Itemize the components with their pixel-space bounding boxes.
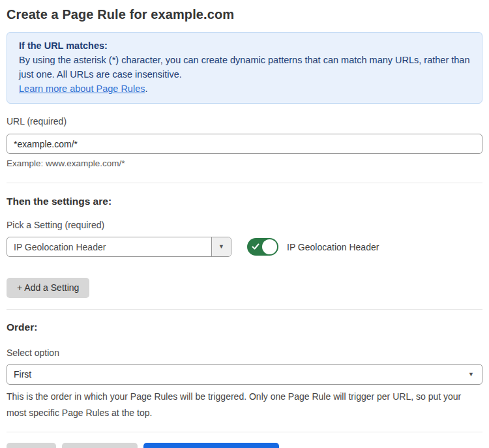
- divider: [7, 432, 482, 432]
- order-select[interactable]: First ▼: [7, 364, 482, 385]
- page-rule-form: Create a Page Rule for example.com If th…: [0, 0, 489, 448]
- save-deploy-button[interactable]: Save and Deploy Page Rule: [143, 443, 279, 448]
- chevron-down-icon: ▼: [468, 372, 474, 378]
- setting-row: IP Geolocation Header ▼ IP Geolocation H…: [7, 237, 482, 257]
- order-select-label: Select option: [7, 348, 482, 358]
- save-draft-button[interactable]: Save as Draft: [62, 443, 138, 448]
- setting-select-arrow-button[interactable]: ▼: [211, 237, 231, 256]
- divider: [7, 183, 482, 183]
- url-match-info-box: If the URL matches: By using the asteris…: [7, 32, 482, 104]
- settings-section-heading: Then the settings are:: [7, 196, 482, 207]
- order-select-value: First: [7, 369, 468, 380]
- pick-setting-label: Pick a Setting (required): [7, 220, 482, 230]
- page-title: Create a Page Rule for example.com: [7, 0, 482, 22]
- cancel-button[interactable]: Cancel: [7, 443, 56, 448]
- toggle-label: IP Geolocation Header: [287, 242, 379, 252]
- chevron-down-icon: ▼: [218, 244, 224, 250]
- toggle-knob: [262, 239, 277, 254]
- order-helper-text: This is the order in which your Page Rul…: [7, 389, 482, 421]
- learn-more-link[interactable]: Learn more about Page Rules: [19, 83, 145, 94]
- footer-actions: Cancel Save as Draft Save and Deploy Pag…: [7, 443, 482, 448]
- divider: [7, 309, 482, 310]
- url-example-helper: Example: www.example.com/*: [7, 158, 482, 168]
- info-box-body: By using the asterisk (*) character, you…: [19, 53, 470, 82]
- info-box-link-line: Learn more about Page Rules.: [19, 82, 470, 96]
- check-icon: [252, 243, 259, 250]
- add-setting-button[interactable]: + Add a Setting: [7, 278, 89, 298]
- order-select-arrow: ▼: [468, 372, 482, 378]
- url-field-label: URL (required): [7, 116, 482, 127]
- info-box-heading: If the URL matches:: [19, 38, 470, 53]
- url-input[interactable]: [7, 134, 482, 154]
- ip-geolocation-toggle[interactable]: [247, 238, 278, 256]
- link-suffix: .: [145, 83, 147, 94]
- order-section-heading: Order:: [7, 321, 482, 333]
- setting-select[interactable]: IP Geolocation Header ▼: [7, 237, 231, 257]
- setting-select-value: IP Geolocation Header: [7, 242, 211, 252]
